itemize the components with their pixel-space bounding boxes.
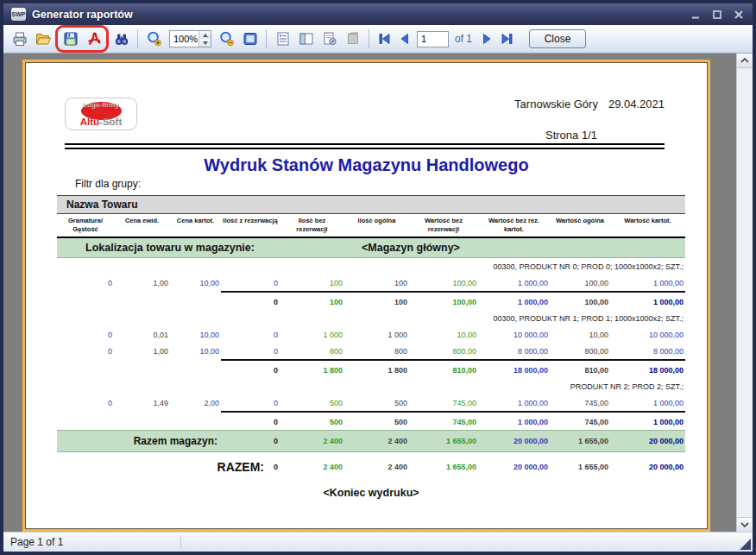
product-name-row: PRODUKT NR 2; PROD 2; SZT.; [57, 378, 685, 394]
cell: 10 000,00 [478, 326, 550, 343]
cell: 2 400 [280, 430, 344, 451]
vertical-scrollbar[interactable] [736, 54, 753, 532]
cell: 1 655,00 [550, 451, 610, 477]
subtotal-row: 01 8001 800810,0018 000,00810,0018 000,0… [57, 360, 685, 378]
report-header-right: Tarnowskie Góry 29.04.2021 Strona 1/1 [514, 98, 665, 142]
find-icon[interactable] [110, 28, 132, 50]
column-header: Cena ewid. [114, 214, 170, 237]
resize-grip[interactable] [740, 539, 751, 550]
zoom-out-icon[interactable] [216, 28, 237, 50]
column-header: Ilość z rezerwacją [221, 214, 280, 237]
cell: 100 [280, 292, 344, 310]
logo-brand: Altu-Soft [66, 117, 136, 127]
zoom-in-icon[interactable] [143, 28, 165, 50]
zoom-spin-down-icon[interactable] [199, 39, 211, 47]
subtotal-row: 0100100100,001 000,00100,001 000,00 [57, 292, 685, 310]
cell [57, 360, 221, 378]
toolbar-separator [137, 29, 138, 48]
cell: 20 000,00 [610, 430, 685, 451]
zoom-spin-up-icon[interactable] [199, 31, 211, 39]
cell: 500 [344, 394, 409, 412]
scroll-up-icon[interactable] [737, 54, 753, 68]
cell: 1 000,00 [610, 412, 685, 431]
save-icon[interactable] [60, 28, 81, 50]
header-rule [65, 143, 665, 149]
cell: 2 400 [344, 430, 409, 451]
toolbar: of 1 Close [3, 25, 753, 54]
cell: 800 [344, 343, 409, 360]
next-page-icon[interactable] [478, 28, 496, 49]
minimize-icon[interactable] [690, 9, 702, 21]
grand-total-label: RAZEM: [217, 460, 264, 474]
title-bar: SWP Generator raportów [3, 3, 753, 25]
cell: 100,00 [550, 274, 610, 292]
maximize-icon[interactable] [711, 9, 723, 21]
cell: 0 [57, 394, 114, 412]
highlight-annotation [55, 25, 109, 53]
zoom-level-control [169, 30, 211, 47]
cell: 745,00 [550, 412, 610, 431]
cell: 10,00 [409, 326, 478, 343]
outline-icon[interactable] [272, 28, 293, 50]
cell: 2 400 [344, 451, 409, 477]
cell: 0 [57, 343, 114, 360]
last-page-icon[interactable] [498, 28, 516, 49]
cell: 10,00 [170, 326, 221, 343]
close-icon[interactable] [733, 9, 745, 21]
cell: 0 [57, 274, 114, 292]
cell: 800,00 [409, 343, 478, 360]
cell: 1 800 [344, 360, 409, 378]
page-count-label: of 1 [455, 33, 472, 45]
cell: 0 [221, 430, 280, 451]
close-button[interactable]: Close [529, 29, 586, 48]
prev-page-icon[interactable] [394, 28, 413, 49]
status-text: Page 1 of 1 [10, 536, 63, 548]
whole-page-icon[interactable] [239, 28, 261, 50]
data-row: 01,0010,000800800800,008 000,00800,008 0… [57, 343, 685, 360]
column-header: Wartość kartot. [610, 214, 685, 237]
logo-watermark: Logo-firmy [66, 101, 136, 109]
subtotal-row: 0500500745,001 000,00745,001 000,00 [57, 412, 685, 431]
page-setup-icon[interactable] [318, 28, 340, 50]
sidebar-icon[interactable] [295, 28, 317, 50]
company-logo: Logo-firmy Altu-Soft [65, 98, 137, 130]
cell [57, 412, 221, 431]
cell: 18 000,00 [478, 360, 550, 378]
cell: 100,00 [409, 274, 478, 292]
app-window: SWP Generator raportów [0, 0, 756, 555]
report-date: 29.04.2021 [608, 98, 665, 110]
cell: 20 000,00 [610, 451, 685, 477]
location-row: Lokalizacja towaru w magazynie:<Magazyn … [57, 237, 685, 258]
cell: 0 [221, 343, 280, 360]
end-of-printout: <Koniec wydruku> [57, 487, 685, 499]
page-number-input[interactable] [417, 31, 449, 47]
export-pdf-icon[interactable] [83, 28, 104, 50]
product-name-row: 00300, PRODUKT NR 1; PROD 1; 1000x1000x2… [57, 310, 685, 326]
column-header-row: Gramatura/ GęstośćCena ewid.Cena kartot.… [57, 214, 685, 237]
window-controls [690, 9, 745, 21]
column-header: Cena kartot. [170, 214, 221, 237]
cell: 20 000,00 [478, 430, 550, 451]
print-icon[interactable] [9, 28, 30, 50]
cell: 2 400 [280, 451, 344, 477]
open-icon[interactable] [32, 28, 54, 50]
column-header: Ilość ogólna [344, 214, 409, 237]
cell: 810,00 [409, 360, 478, 378]
cell: 18 000,00 [610, 360, 685, 378]
cell: 10,00 [170, 274, 221, 292]
cell: 500 [344, 412, 409, 431]
cell: RAZEM: [57, 451, 221, 477]
cell: 0 [57, 326, 114, 343]
first-page-icon[interactable] [375, 28, 393, 49]
scroll-down-icon[interactable] [737, 517, 753, 532]
cell [57, 292, 221, 310]
cell: 0 [221, 360, 280, 378]
column-header: Wartość bez rezerwacji [409, 214, 478, 237]
report-page: Logo-firmy Altu-Soft Tarnowskie Góry 29.… [22, 60, 710, 532]
zoom-level-input[interactable] [170, 31, 198, 47]
cell: 1 000,00 [610, 292, 685, 310]
location-label: Lokalizacja towaru w magazynie: [57, 242, 255, 254]
cell: 745,00 [409, 412, 478, 431]
cell: 00300, PRODUKT NR 0; PROD 0; 1000x1000x2… [57, 257, 685, 274]
cell: 1 000,00 [478, 412, 550, 431]
